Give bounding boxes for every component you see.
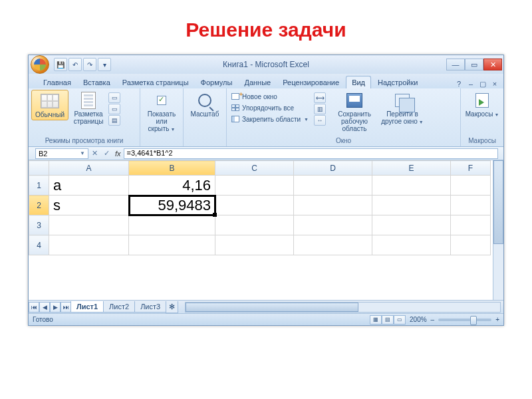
unhide-button[interactable]: ↔ (314, 115, 326, 126)
cell-B1[interactable]: 4,16 (129, 176, 215, 196)
vertical-scrollbar[interactable] (493, 160, 503, 300)
column-header-E[interactable]: E (372, 161, 451, 176)
cell-B3[interactable] (129, 215, 215, 235)
column-header-B[interactable]: B (129, 161, 215, 176)
cell-C3[interactable] (215, 215, 294, 235)
row-header-3[interactable]: 3 (29, 215, 49, 235)
fx-icon[interactable]: fx (115, 150, 121, 158)
tab-page-layout[interactable]: Разметка страницы (117, 76, 194, 88)
column-header-A[interactable]: A (49, 161, 129, 176)
sheet-tab-2[interactable]: Лист2 (103, 301, 135, 313)
titlebar: 💾 ↶ ↷ ▾ Книга1 - Microsoft Excel — ▭ ✕ (29, 55, 503, 74)
cell-F2[interactable] (451, 196, 491, 215)
view-page-break-shortcut[interactable]: ▭ (394, 315, 406, 325)
zoom-in-button[interactable]: + (495, 316, 499, 323)
row-header-4[interactable]: 4 (29, 235, 49, 255)
zoom-button[interactable]: Масштаб (186, 90, 223, 119)
full-screen-button[interactable]: ▤ (108, 115, 120, 126)
qat-redo-button[interactable]: ↷ (83, 58, 96, 71)
cell-B4[interactable] (129, 235, 215, 255)
sheet-tab-1[interactable]: Лист1 (70, 301, 104, 313)
doc-close-button[interactable]: × (490, 79, 499, 88)
cell-D4[interactable] (294, 235, 372, 255)
sheet-tab-3[interactable]: Лист3 (134, 301, 166, 313)
tab-review[interactable]: Рецензирование (277, 76, 344, 88)
sheet-nav-last[interactable]: ⏭ (61, 302, 71, 313)
switch-windows-label: Перейти в другое окно▼ (379, 110, 426, 125)
arrange-all-icon (231, 103, 240, 112)
cell-A1[interactable]: a (49, 176, 129, 196)
qat-undo-button[interactable]: ↶ (68, 58, 82, 71)
zoom-out-button[interactable]: – (431, 316, 435, 323)
switch-windows-button[interactable]: Перейти в другое окно▼ (379, 90, 426, 126)
column-header-D[interactable]: D (294, 161, 372, 176)
tab-insert[interactable]: Вставка (78, 76, 116, 88)
view-page-layout-shortcut[interactable]: ▤ (382, 315, 394, 325)
sheet-nav-next[interactable]: ▶ (50, 302, 61, 313)
cell-F1[interactable] (451, 176, 491, 196)
office-button[interactable] (29, 55, 51, 74)
select-all-corner[interactable] (29, 161, 49, 176)
group-show-hide-label (143, 137, 180, 146)
qat-customize-button[interactable]: ▾ (98, 58, 111, 71)
cell-C1[interactable] (215, 176, 294, 196)
tab-home[interactable]: Главная (38, 76, 76, 88)
enter-formula-button[interactable]: ✓ (100, 148, 112, 159)
horizontal-scrollbar[interactable] (185, 302, 501, 313)
show-hide-label: Показать или скрыть▼ (143, 110, 180, 132)
zoom-slider[interactable] (438, 319, 491, 321)
hide-button[interactable]: ▥ (314, 104, 326, 114)
tab-formulas[interactable]: Формулы (196, 76, 238, 88)
tab-view[interactable]: Вид (346, 76, 371, 88)
sheet-nav-prev[interactable]: ◀ (39, 302, 50, 313)
split-button[interactable]: ⟷ (314, 92, 326, 103)
cell-F4[interactable] (451, 235, 491, 255)
help-icon[interactable]: ? (454, 79, 464, 88)
close-button[interactable]: ✕ (483, 59, 502, 70)
cell-F3[interactable] (451, 215, 491, 235)
cell-E4[interactable] (372, 235, 451, 255)
cell-A4[interactable] (49, 235, 129, 255)
arrange-all-button[interactable]: Упорядочить все (229, 102, 310, 113)
group-window: Новое окно Упорядочить все Закрепить обл… (227, 88, 461, 146)
tab-data[interactable]: Данные (239, 76, 276, 88)
cell-A3[interactable] (49, 215, 129, 235)
cell-E2[interactable] (372, 196, 451, 215)
name-box[interactable]: B2▼ (35, 148, 88, 159)
cell-B2[interactable]: 59,9483 (129, 196, 215, 215)
doc-minimize-button[interactable]: – (466, 79, 475, 88)
column-header-F[interactable]: F (451, 161, 491, 176)
minimize-button[interactable]: — (446, 59, 465, 70)
cell-D2[interactable] (294, 196, 372, 215)
freeze-panes-button[interactable]: Закрепить области▼ (229, 114, 310, 124)
cell-D3[interactable] (294, 215, 372, 235)
cell-E3[interactable] (372, 215, 451, 235)
save-workspace-button[interactable]: Сохранить рабочую область (331, 90, 378, 134)
view-normal-shortcut[interactable]: ▦ (370, 315, 382, 325)
macros-button[interactable]: Макросы▼ (464, 90, 501, 119)
qat-save-button[interactable]: 💾 (54, 58, 67, 71)
row-header-1[interactable]: 1 (29, 176, 49, 196)
cancel-formula-button[interactable]: ✕ (88, 148, 100, 159)
page-break-preview-button[interactable]: ▭ (108, 92, 120, 103)
row-header-2[interactable]: 2 (29, 196, 49, 215)
new-window-button[interactable]: Новое окно (229, 91, 310, 102)
column-header-C[interactable]: C (215, 161, 294, 176)
custom-views-button[interactable]: ▭ (108, 104, 120, 114)
cell-E1[interactable] (372, 176, 451, 196)
doc-restore-button[interactable]: ▢ (478, 79, 487, 88)
maximize-button[interactable]: ▭ (465, 59, 483, 70)
chevron-down-icon: ▼ (80, 150, 85, 156)
zoom-level[interactable]: 200% (410, 316, 427, 323)
page-layout-button[interactable]: Разметка страницы (70, 90, 107, 126)
cell-D1[interactable] (294, 176, 372, 196)
cell-C2[interactable] (215, 196, 294, 215)
show-hide-button[interactable]: ✓ Показать или скрыть▼ (143, 90, 180, 134)
normal-view-button[interactable]: Обычный (31, 90, 68, 120)
insert-sheet-button[interactable]: ✻ (166, 301, 178, 313)
sheet-nav-first[interactable]: ⏮ (29, 302, 39, 313)
formula-input[interactable]: =3,4641*B1^2 (124, 148, 498, 159)
cell-C4[interactable] (215, 235, 294, 255)
tab-addins[interactable]: Надстройки (372, 76, 423, 88)
cell-A2[interactable]: s (49, 196, 129, 215)
